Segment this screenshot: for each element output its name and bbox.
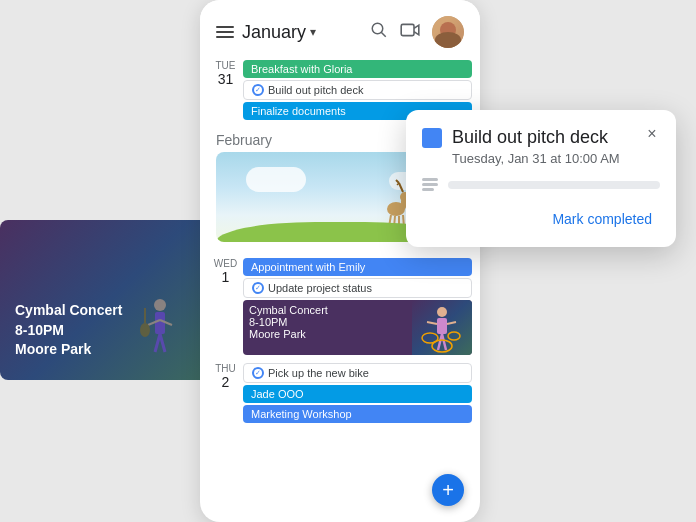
event-pitch-deck[interactable]: Build out pitch deck <box>243 80 472 100</box>
popup-desc-placeholder <box>448 181 660 189</box>
popup-title: Build out pitch deck <box>452 126 620 149</box>
description-icon <box>422 178 438 191</box>
phone-header: January ▾ <box>200 0 480 56</box>
day-row-thu2: Thu 2 Pick up the new bike Jade OOO Mark… <box>200 359 480 427</box>
svg-rect-10 <box>401 24 414 35</box>
svg-line-9 <box>381 32 386 37</box>
popup-close-button[interactable]: × <box>640 122 664 146</box>
concert-event-text: Cymbal Concert 8-10PM Moore Park <box>243 300 412 355</box>
day-row-wed1: Wed 1 Appointment with Emily Update proj… <box>200 254 480 359</box>
month-selector[interactable]: January ▾ <box>242 22 316 43</box>
task-check-icon <box>252 84 264 96</box>
svg-line-29 <box>442 334 446 350</box>
event-marketing[interactable]: Marketing Workshop <box>243 405 472 423</box>
popup-checkbox[interactable] <box>422 128 442 148</box>
svg-point-31 <box>448 332 460 340</box>
avatar[interactable] <box>432 16 464 48</box>
popup-card: × Build out pitch deck Tuesday, Jan 31 a… <box>406 110 676 247</box>
popup-title-block: Build out pitch deck Tuesday, Jan 31 at … <box>452 126 620 166</box>
svg-rect-1 <box>155 312 165 334</box>
event-appointment[interactable]: Appointment with Emily <box>243 258 472 276</box>
cloud1 <box>246 167 306 192</box>
month-arrow: ▾ <box>310 25 316 39</box>
day-events-2: Pick up the new bike Jade OOO Marketing … <box>243 363 472 423</box>
svg-point-24 <box>437 307 447 317</box>
task-check-icon2 <box>252 282 264 294</box>
svg-point-32 <box>432 340 452 352</box>
svg-line-5 <box>160 334 165 352</box>
event-jade[interactable]: Jade OOO <box>243 385 472 403</box>
mark-completed-button[interactable]: Mark completed <box>544 207 660 231</box>
concert-banner-bg: Cymbal Concert 8-10PM Moore Park <box>0 220 220 380</box>
event-breakfast[interactable]: Breakfast with Gloria <box>243 60 472 78</box>
day-events-1: Appointment with Emily Update project st… <box>243 258 472 355</box>
day-label-31: Tue 31 <box>208 60 243 120</box>
svg-point-6 <box>140 323 150 337</box>
event-update-project[interactable]: Update project status <box>243 278 472 298</box>
day-label-1: Wed 1 <box>208 258 243 355</box>
concert-banner-text: Cymbal Concert 8-10PM Moore Park <box>15 301 122 360</box>
svg-rect-25 <box>437 318 447 334</box>
calendar-phone: January ▾ Tue <box>200 0 480 522</box>
popup-actions: Mark completed <box>422 207 660 231</box>
event-bike[interactable]: Pick up the new bike <box>243 363 472 383</box>
svg-line-18 <box>399 183 403 192</box>
event-cymbal-concert[interactable]: Cymbal Concert 8-10PM Moore Park <box>243 300 472 355</box>
day-label-2: Thu 2 <box>208 363 243 423</box>
meet-icon[interactable] <box>400 22 420 42</box>
svg-line-27 <box>447 322 456 324</box>
search-icon[interactable] <box>370 21 388 43</box>
task-check-icon3 <box>252 367 264 379</box>
concert-event-image <box>412 300 472 355</box>
svg-point-0 <box>154 299 166 311</box>
menu-icon[interactable] <box>216 26 234 38</box>
popup-subtitle: Tuesday, Jan 31 at 10:00 AM <box>452 151 620 166</box>
svg-point-8 <box>372 23 383 34</box>
popup-header: Build out pitch deck Tuesday, Jan 31 at … <box>422 126 660 166</box>
fab-add-button[interactable]: + <box>432 474 464 506</box>
svg-line-26 <box>427 322 437 324</box>
popup-desc-row <box>422 178 660 191</box>
